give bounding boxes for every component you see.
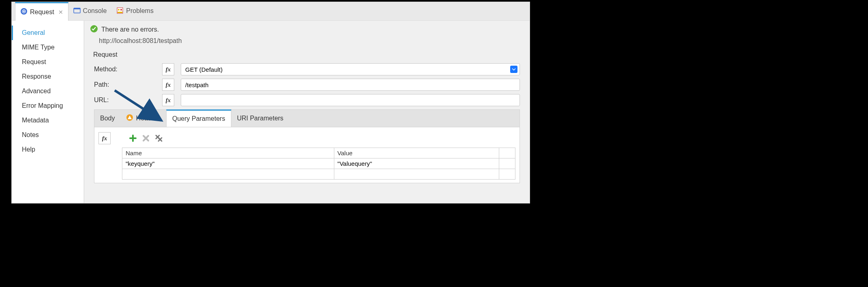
- row-url: URL: fx: [94, 94, 520, 106]
- sidebar-item-advanced[interactable]: Advanced: [12, 84, 83, 99]
- tab-console[interactable]: Console: [68, 2, 112, 20]
- svg-rect-3: [74, 8, 80, 9]
- params-toolbar: fx: [98, 131, 516, 148]
- subtab-body[interactable]: Body: [94, 110, 120, 127]
- app-window: Request ✕ Console Problems General MIME …: [11, 2, 530, 203]
- request-subtabs: Body Headers Query Parameters URI Parame…: [94, 109, 520, 127]
- add-icon[interactable]: [128, 134, 137, 143]
- method-value: GET (Default): [185, 66, 222, 73]
- console-icon: [73, 7, 81, 15]
- method-select[interactable]: GET (Default): [181, 63, 520, 75]
- params-panel: fx: [94, 127, 520, 183]
- label-url: URL:: [94, 96, 162, 104]
- fx-button-path[interactable]: fx: [162, 79, 174, 91]
- cell-name[interactable]: "keyquery": [122, 158, 334, 169]
- subtab-query-parameters[interactable]: Query Parameters: [166, 109, 231, 127]
- cell-value[interactable]: "Valuequery": [334, 158, 499, 169]
- sidebar-item-general[interactable]: General: [12, 26, 83, 40]
- tab-request[interactable]: Request ✕: [15, 2, 68, 21]
- fx-button-params[interactable]: fx: [98, 132, 111, 144]
- row-method: Method: fx GET (Default): [94, 63, 520, 75]
- fx-button-url[interactable]: fx: [162, 94, 174, 106]
- url-input[interactable]: [181, 94, 520, 106]
- url-display: http://localhost:8081/testpath: [88, 36, 523, 49]
- request-icon: [20, 8, 28, 16]
- problems-icon: [116, 7, 124, 15]
- cell-name[interactable]: [122, 169, 334, 180]
- tab-label: Request: [30, 9, 54, 16]
- sidebar-item-error-mapping[interactable]: Error Mapping: [12, 99, 83, 113]
- label-path: Path:: [94, 81, 162, 88]
- request-form: Method: fx GET (Default) Path: fx: [88, 61, 523, 183]
- fx-button-method[interactable]: fx: [162, 63, 174, 75]
- svg-rect-7: [118, 12, 122, 13]
- subtab-label: Body: [100, 115, 115, 122]
- col-header-value: Value: [334, 148, 499, 158]
- clear-all-icon[interactable]: [154, 134, 163, 143]
- main-split: General MIME Type Request Response Advan…: [12, 21, 530, 203]
- tab-label: Problems: [126, 7, 154, 15]
- col-header-name: Name: [122, 148, 334, 158]
- subtab-headers[interactable]: Headers: [120, 110, 166, 127]
- table-row[interactable]: "keyquery" "Valuequery": [122, 158, 515, 169]
- table-row[interactable]: [122, 169, 515, 180]
- subtab-label: URI Parameters: [237, 115, 284, 122]
- cell-action[interactable]: [499, 169, 515, 180]
- content-panel: There are no errors. http://localhost:80…: [84, 21, 530, 203]
- svg-point-5: [118, 9, 120, 11]
- success-icon: [90, 25, 98, 34]
- section-title: Request: [88, 49, 523, 61]
- svg-point-1: [23, 11, 25, 12]
- params-table: Name Value "keyquery" "Valuequery": [122, 148, 515, 180]
- status-text: There are no errors.: [101, 26, 159, 33]
- sidebar-item-response[interactable]: Response: [12, 69, 83, 84]
- warning-icon: [126, 114, 133, 123]
- sidebar-item-request[interactable]: Request: [12, 55, 83, 69]
- sidebar-item-help[interactable]: Help: [12, 142, 83, 157]
- sidebar-item-mime-type[interactable]: MIME Type: [12, 40, 83, 55]
- tab-problems[interactable]: Problems: [111, 2, 158, 20]
- subtab-label: Headers: [136, 115, 160, 122]
- sidebar-item-notes[interactable]: Notes: [12, 128, 83, 142]
- editor-tabs: Request ✕ Console Problems: [12, 2, 530, 21]
- delete-icon[interactable]: [141, 134, 150, 143]
- tab-label: Console: [83, 7, 107, 15]
- cell-action[interactable]: [499, 158, 515, 169]
- cell-value[interactable]: [334, 169, 499, 180]
- col-header-action: [499, 148, 515, 158]
- row-path: Path: fx: [94, 79, 520, 91]
- svg-point-6: [120, 9, 122, 11]
- chevron-down-icon[interactable]: [510, 66, 517, 73]
- status-row: There are no errors.: [88, 23, 523, 36]
- subtab-label: Query Parameters: [172, 115, 225, 122]
- close-icon[interactable]: ✕: [58, 9, 63, 15]
- path-input[interactable]: [181, 79, 520, 91]
- subtab-uri-parameters[interactable]: URI Parameters: [231, 110, 289, 127]
- label-method: Method:: [94, 66, 162, 73]
- sidebar: General MIME Type Request Response Advan…: [12, 21, 84, 203]
- sidebar-item-metadata[interactable]: Metadata: [12, 113, 83, 128]
